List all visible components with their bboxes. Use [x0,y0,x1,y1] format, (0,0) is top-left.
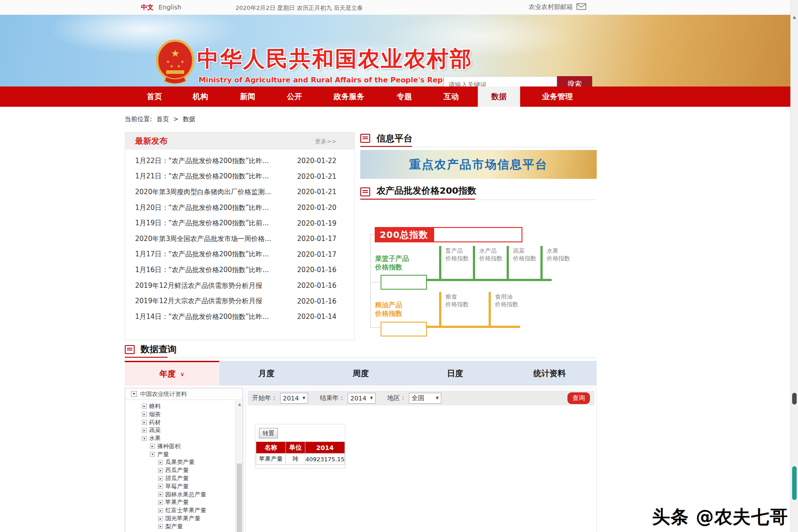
end-year-label: 结束年： [320,394,345,402]
tree-expand-icon[interactable]: ▸ [142,412,147,417]
nav-item-interact[interactable]: 互动 [444,86,459,107]
list-item[interactable]: 1月16日：“农产品批发价格200指数”比昨...2020-01-16 [125,262,354,278]
tree-item-apple-output[interactable]: ▸苹果产量 [125,499,236,507]
news-title[interactable]: 1月21日：“农产品批发价格200指数”比昨... [135,172,293,181]
info-platform-icon [360,134,370,143]
list-item[interactable]: 1月20日：“农产品批发价格200指数”比昨...2020-01-20 [125,200,354,216]
news-title[interactable]: 1月22日：“农产品批发价格200指数”比昨... [135,157,293,165]
nav-item-business[interactable]: 业务管理 [542,86,573,107]
tree-item-guoguang-apple-output[interactable]: ▸国光苹果产量 [125,514,236,523]
svg-text:★: ★ [177,64,181,68]
news-title[interactable]: 1月20日：“农产品批发价格200指数”比昨... [135,204,293,212]
tree-collapse-icon[interactable]: ▾ [131,391,137,397]
page-scrollbar[interactable]: ▲ [790,0,798,532]
nav-item-topics[interactable]: 专题 [397,86,412,107]
list-item[interactable]: 2019年12月鲜活农产品供需形势分析月报2020-01-16 [125,278,354,294]
tree-expand-icon[interactable]: ▸ [158,508,163,513]
list-item[interactable]: 1月19日：“农产品批发价格200指数”比前...2020-01-19 [125,215,354,231]
tree-expand-icon[interactable]: ▸ [142,404,147,409]
lang-chinese-link[interactable]: 中文 [141,4,154,12]
tree-item-herbs[interactable]: ▸药材 [125,418,236,427]
tree-item-pear-output[interactable]: ▸梨产量 [125,523,236,531]
nav-item-news[interactable]: 新闻 [240,86,255,107]
nav-item-data-active[interactable]: 数据 [478,86,520,107]
tree-expand-icon[interactable]: ▸ [158,468,163,473]
scroll-up-icon[interactable]: ▲ [236,402,243,406]
tree-item-orchard-fruit-output[interactable]: ▸园林水果总产量 [125,491,236,499]
tree-item-fruit[interactable]: ▾水果 [125,434,236,442]
branch-bar [473,246,475,279]
tree-item-sown-area[interactable]: ▸播种面积 [125,442,236,450]
tab-annual[interactable]: 年度 ∨ [125,361,219,386]
ministry-mailbox-link[interactable]: 农业农村部邮箱 [529,3,586,11]
tree-expand-icon[interactable]: ▸ [158,460,163,465]
tree-expand-icon[interactable]: ▾ [150,452,155,457]
news-title[interactable]: 2019年12月鲜活农产品供需形势分析月报 [135,282,293,290]
list-item[interactable]: 2020年第3周瘦肉型白条猪肉出厂价格监测...2020-01-21 [125,184,354,200]
data-query-title: 数据查询 [141,343,177,355]
page-scrollbar-thumb[interactable] [792,466,797,500]
list-item[interactable]: 2019年12月大宗农产品供需形势分析月报2020-01-16 [125,293,354,309]
news-title[interactable]: 1月17日：“农产品批发价格200指数”比昨... [135,250,293,259]
query-button[interactable]: 查询 [567,392,590,404]
tree-item-sugar[interactable]: ▸糖料 [125,402,236,410]
tree-expand-icon[interactable]: ▾ [142,436,147,441]
nav-item-home[interactable]: 首页 [147,86,162,107]
tree-item-label: 草莓产量 [165,482,189,491]
result-table: 名称 单位 2014 苹果产量 吨 40923175.15 [256,441,345,465]
more-link[interactable]: 更多>> [315,137,336,146]
end-year-select[interactable]: 2014 ▼ [348,393,376,404]
tree-expand-icon[interactable]: ▸ [150,444,155,449]
news-title[interactable]: 1月14日：“农产品批发价格200指数”比昨... [135,313,293,321]
tree-item-label: 播种面积 [157,442,181,450]
nav-item-org[interactable]: 机构 [193,86,208,107]
list-item[interactable]: 2020年第3周全国农产品批发市场一周价格...2020-01-17 [125,231,354,247]
lang-english-link[interactable]: English [159,4,181,11]
key-agri-market-banner[interactable]: 重点农产品市场信息平台 [360,150,597,179]
region-select[interactable]: 全国 ▼ [409,393,441,404]
nav-item-services[interactable]: 政务服务 [334,86,364,107]
tab-monthly[interactable]: 月度 [219,361,314,386]
news-title[interactable]: 2020年第3周全国农产品批发市场一周价格... [135,235,293,243]
tree-expand-icon[interactable]: ▸ [158,524,163,529]
scroll-up-icon[interactable]: ▲ [791,15,798,19]
tab-statistics[interactable]: 统计资料 [502,361,597,386]
nav-item-open[interactable]: 公开 [287,86,302,107]
transpose-button[interactable]: 转置 [259,428,278,438]
news-title[interactable]: 2020年第3周瘦肉型白条猪肉出厂价格监测... [135,188,293,196]
tree-expand-icon[interactable]: ▸ [158,476,163,481]
tree-expand-icon[interactable]: ▸ [158,500,163,505]
news-title[interactable]: 1月16日：“农产品批发价格200指数”比昨... [135,266,293,274]
tree-expand-icon[interactable]: ▸ [158,484,163,489]
tree-expand-icon[interactable]: ▸ [158,492,163,497]
tree-expand-icon[interactable]: ▸ [142,428,147,433]
tree-item-output[interactable]: ▾产量 [125,450,236,459]
tree-scrollbar[interactable]: ▲ [236,400,243,532]
tree-expand-icon[interactable]: ▸ [158,516,163,521]
list-item[interactable]: 1月22日：“农产品批发价格200指数”比昨...2020-01-22 [125,153,354,169]
tab-daily[interactable]: 日度 [408,361,503,386]
tree-item-melon-output[interactable]: ▸瓜果类产量 [125,459,236,467]
tree-scrollbar-thumb[interactable] [237,464,242,532]
latest-releases-list: 1月22日：“农产品批发价格200指数”比昨...2020-01-22 1月21… [125,150,354,325]
tree-item-muskmelon-output[interactable]: ▸甜瓜产量 [125,474,236,482]
list-item[interactable]: 1月21日：“农产品批发价格200指数”比昨...2020-01-21 [125,169,354,185]
tree-item-vegetables[interactable]: ▸蔬菜 [125,426,236,434]
tree-item-tobacco-tea[interactable]: ▸烟茶 [125,410,236,418]
tab-weekly[interactable]: 周度 [313,361,408,386]
news-title[interactable]: 2019年12月大宗农产品供需形势分析月报 [135,297,293,305]
news-title[interactable]: 1月19日：“农产品批发价格200指数”比前... [135,219,293,227]
tree-expand-icon[interactable]: ▸ [142,420,147,425]
tree-item-strawberry-output[interactable]: ▸草莓产量 [125,482,236,491]
tab-label: 年度 [159,368,176,379]
tree-item-label: 园林水果总产量 [165,491,206,499]
list-item[interactable]: 1月17日：“农产品批发价格200指数”比昨...2020-01-17 [125,247,354,263]
tree-root-label: 中国农业统计资料 [140,390,187,398]
start-year-select[interactable]: 2014 ▼ [280,393,308,404]
region-label: 地区： [387,394,406,402]
tree-item-fuji-apple-output[interactable]: ▸红富士苹果产量 [125,506,236,514]
tree-root-node[interactable]: ▾ 中国农业统计资料 [125,388,243,400]
list-item[interactable]: 1月14日：“农产品批发价格200指数”比昨...2020-01-14 [125,309,354,325]
tree-item-watermelon-output[interactable]: ▸西瓜产量 [125,466,236,474]
breadcrumb-home-link[interactable]: 首页 [156,115,169,123]
